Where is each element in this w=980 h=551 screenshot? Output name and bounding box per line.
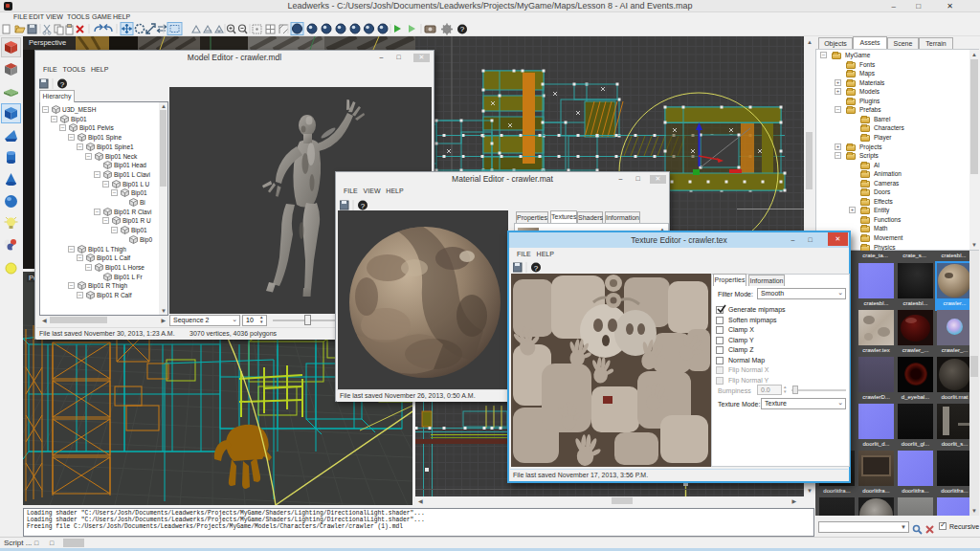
svg-text:?: ? <box>460 25 465 33</box>
svg-text:?: ? <box>361 202 366 210</box>
svg-text:?: ? <box>60 80 65 89</box>
svg-text:?: ? <box>534 264 539 273</box>
